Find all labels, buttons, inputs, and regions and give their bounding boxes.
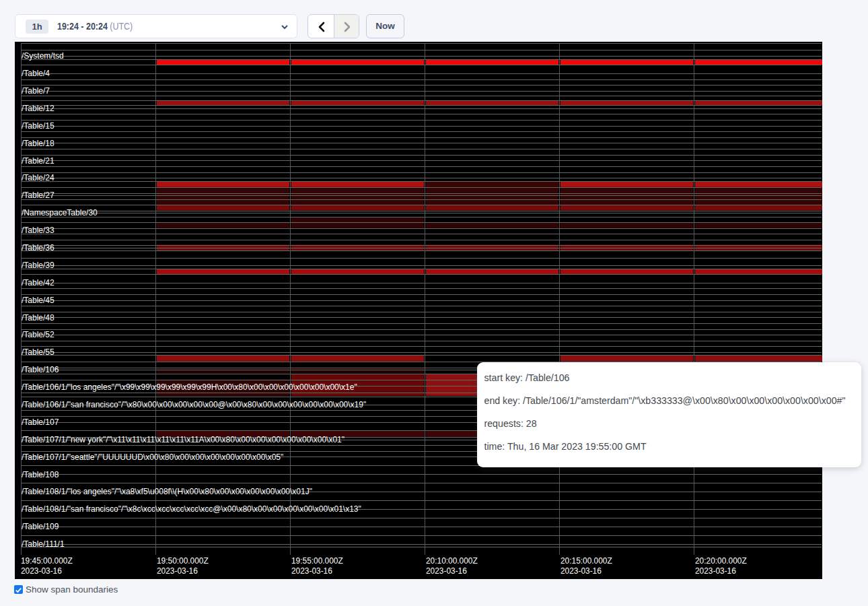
svg-text:/Table/33: /Table/33 <box>22 226 55 235</box>
svg-text:/Table/24: /Table/24 <box>22 173 55 182</box>
svg-text:/Table/12: /Table/12 <box>22 104 55 113</box>
svg-text:2023-03-16: 2023-03-16 <box>426 566 467 576</box>
svg-text:/Table/21: /Table/21 <box>22 156 55 166</box>
svg-text:/Table/4: /Table/4 <box>22 69 50 78</box>
svg-text:/Table/55: /Table/55 <box>22 347 55 357</box>
svg-text:/Table/109: /Table/109 <box>22 522 59 531</box>
svg-text:/Table/107/1/"new york"/"\x11\: /Table/107/1/"new york"/"\x11\x11\x11\x1… <box>22 435 345 444</box>
svg-text:/Table/39: /Table/39 <box>22 261 55 270</box>
svg-text:/Table/36: /Table/36 <box>22 243 55 252</box>
svg-text:/Table/106: /Table/106 <box>22 365 59 374</box>
svg-text:/NamespaceTable/30: /NamespaceTable/30 <box>22 208 98 217</box>
svg-text:19:55:00.000Z: 19:55:00.000Z <box>291 556 343 566</box>
svg-text:2023-03-16: 2023-03-16 <box>560 566 602 576</box>
svg-text:/Table/42: /Table/42 <box>22 278 55 288</box>
svg-text:2023-03-16: 2023-03-16 <box>157 566 198 576</box>
svg-text:/Table/52: /Table/52 <box>22 330 55 339</box>
svg-text:/Table/106/1/"los angeles"/"\x: /Table/106/1/"los angeles"/"\x99\x99\x99… <box>22 382 357 392</box>
svg-text:/Table/108/1/"san francisco"/": /Table/108/1/"san francisco"/"\x8c\xcc\x… <box>22 504 361 514</box>
svg-text:/Table/18: /Table/18 <box>22 139 55 148</box>
svg-text:/Table/27: /Table/27 <box>22 191 55 200</box>
svg-text:/Table/45: /Table/45 <box>22 296 55 305</box>
svg-text:2023-03-16: 2023-03-16 <box>291 566 332 576</box>
svg-text:/Table/111/1: /Table/111/1 <box>22 539 65 549</box>
svg-text:2023-03-16: 2023-03-16 <box>21 566 62 576</box>
svg-text:/Table/48: /Table/48 <box>22 313 55 323</box>
svg-text:20:20:00.000Z: 20:20:00.000Z <box>695 556 747 566</box>
svg-text:/Table/107/1/"seattle"/"UUUUUU: /Table/107/1/"seattle"/"UUUUUUD\x00\x80\… <box>22 452 283 462</box>
svg-text:19:50:00.000Z: 19:50:00.000Z <box>157 556 209 566</box>
svg-text:/Table/106/1/"san francisco"/": /Table/106/1/"san francisco"/"\x80\x00\x… <box>22 400 366 409</box>
svg-text:/Table/108/1/"los angeles"/"\x: /Table/108/1/"los angeles"/"\xa8\xf5\u00… <box>22 487 312 496</box>
svg-text:/Table/107: /Table/107 <box>22 417 59 427</box>
svg-text:/Table/108: /Table/108 <box>22 470 59 479</box>
svg-text:/Table/7: /Table/7 <box>22 86 50 96</box>
svg-text:19:45:00.000Z: 19:45:00.000Z <box>21 556 73 566</box>
svg-text:/Table/15: /Table/15 <box>22 121 55 131</box>
svg-text:20:10:00.000Z: 20:10:00.000Z <box>426 556 478 566</box>
svg-text:2023-03-16: 2023-03-16 <box>695 566 736 576</box>
svg-text:20:15:00.000Z: 20:15:00.000Z <box>560 556 612 566</box>
svg-text:/System/tsd: /System/tsd <box>22 51 64 61</box>
